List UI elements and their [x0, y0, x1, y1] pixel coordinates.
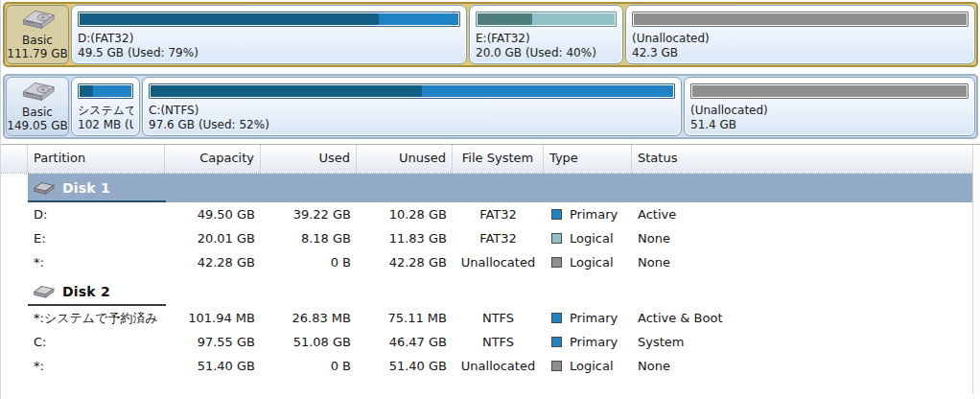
type-cell: Primary	[544, 207, 632, 222]
column-header-partition[interactable]: Partition	[28, 145, 165, 173]
group-gutter	[1, 174, 28, 202]
usage-bar	[690, 83, 968, 99]
disk2-type-label: Basic	[22, 106, 53, 119]
partition-table: Partition Capacity Used Unused File Syst…	[1, 144, 980, 394]
disk-strip-1[interactable]: Basic 111.79 GB D:(FAT32) 49.5 GB (Used:…	[3, 2, 978, 67]
header-gutter	[1, 145, 28, 173]
partition-block-system-reserved[interactable]: システムで予約 102 MB (Used:	[71, 77, 140, 136]
partition-name: (Unallocated)	[632, 32, 968, 46]
partition-name: システムで予約	[78, 104, 133, 118]
status-cell: System	[632, 335, 980, 349]
partition-cell: *:システムで予約済み	[28, 310, 165, 327]
partition-name: E:(FAT32)	[476, 32, 617, 46]
partition-info: 42.3 GB	[632, 46, 968, 60]
type-color-swatch	[551, 361, 562, 371]
partition-info: 97.6 GB (Used: 52%)	[149, 118, 675, 132]
hdd-icon	[31, 284, 56, 299]
table-row[interactable]: C: 97.55 GB 51.08 GB 46.47 GB NTFS Prima…	[1, 330, 980, 354]
disk2-group-label: Disk 2	[62, 284, 110, 299]
group-gutter	[1, 277, 28, 306]
usage-bar	[632, 12, 968, 27]
disk1-group-row[interactable]: Disk 1	[1, 174, 980, 202]
filesystem-cell: FAT32	[453, 207, 544, 222]
status-cell: None	[632, 255, 980, 270]
table-row[interactable]: *: 51.40 GB 0 B 51.40 GB Unallocated Log…	[1, 354, 980, 378]
partition-name: C:(NTFS)	[149, 104, 675, 118]
table-row[interactable]: E: 20.01 GB 8.18 GB 11.83 GB FAT32 Logic…	[1, 226, 980, 250]
used-cell: 0 B	[261, 359, 357, 373]
filesystem-cell: Unallocated	[453, 359, 544, 373]
capacity-cell: 51.40 GB	[165, 359, 261, 373]
type-color-swatch	[551, 209, 562, 220]
disk2-header[interactable]: Basic 149.05 GB	[6, 77, 69, 136]
used-cell: 26.83 MB	[261, 311, 357, 325]
group-underline	[28, 200, 166, 202]
hdd-icon	[15, 80, 59, 103]
usage-bar	[476, 12, 617, 27]
type-color-swatch	[551, 233, 562, 244]
unused-cell: 11.83 GB	[357, 231, 453, 246]
partition-cell: D:	[28, 207, 165, 222]
unused-cell: 10.28 GB	[357, 207, 453, 222]
status-cell: None	[632, 231, 980, 246]
partition-info: 51.4 GB	[690, 118, 968, 132]
capacity-cell: 42.28 GB	[165, 255, 261, 270]
partition-cell: *:	[28, 359, 165, 373]
disk1-header[interactable]: Basic 111.79 GB	[6, 5, 69, 64]
usage-bar	[78, 12, 460, 27]
partition-manager-window: Basic 111.79 GB D:(FAT32) 49.5 GB (Used:…	[0, 0, 980, 399]
type-color-swatch	[551, 257, 562, 268]
partition-cell: *:	[28, 255, 165, 270]
partition-block-e[interactable]: E:(FAT32) 20.0 GB (Used: 40%)	[469, 5, 623, 64]
column-header-used[interactable]: Used	[261, 145, 357, 173]
disk2-size-label: 149.05 GB	[7, 119, 67, 132]
partition-info: 49.5 GB (Used: 79%)	[78, 46, 460, 60]
status-cell: Active	[632, 207, 980, 222]
scrollbar-rail[interactable]	[972, 145, 980, 394]
partition-block-c[interactable]: C:(NTFS) 97.6 GB (Used: 52%)	[142, 77, 682, 136]
column-header-capacity[interactable]: Capacity	[165, 145, 261, 173]
status-cell: Active & Boot	[632, 311, 980, 325]
table-row[interactable]: D: 49.50 GB 39.22 GB 10.28 GB FAT32 Prim…	[1, 202, 980, 226]
partition-block-unallocated-1[interactable]: (Unallocated) 42.3 GB	[625, 5, 975, 64]
unused-cell: 75.11 MB	[357, 311, 453, 325]
capacity-cell: 49.50 GB	[165, 207, 261, 222]
status-cell: None	[632, 359, 980, 373]
partition-block-d[interactable]: D:(FAT32) 49.5 GB (Used: 79%)	[71, 5, 467, 64]
used-cell: 39.22 GB	[261, 207, 357, 222]
filesystem-cell: Unallocated	[453, 255, 544, 270]
partition-info: 102 MB (Used:	[78, 118, 133, 132]
used-cell: 8.18 GB	[261, 231, 357, 246]
column-header-unused[interactable]: Unused	[357, 145, 453, 173]
type-cell: Logical	[544, 255, 632, 270]
table-header: Partition Capacity Used Unused File Syst…	[1, 145, 980, 174]
group-underline	[28, 304, 166, 306]
hdd-icon	[31, 180, 56, 196]
filesystem-cell: NTFS	[453, 335, 544, 349]
type-cell: Primary	[544, 335, 632, 349]
column-header-type[interactable]: Type	[544, 145, 632, 173]
partition-cell: C:	[28, 335, 165, 349]
used-cell: 0 B	[261, 255, 357, 270]
type-cell: Primary	[544, 311, 632, 325]
partition-block-unallocated-2[interactable]: (Unallocated) 51.4 GB	[684, 77, 975, 136]
capacity-cell: 20.01 GB	[165, 231, 261, 246]
used-cell: 51.08 GB	[261, 335, 357, 349]
column-header-filesystem[interactable]: File System	[453, 145, 544, 173]
disk1-group-label: Disk 1	[62, 180, 110, 196]
partition-name: (Unallocated)	[690, 104, 968, 118]
hdd-icon	[15, 8, 59, 31]
disk2-group-row[interactable]: Disk 2	[1, 277, 980, 306]
table-row[interactable]: *: 42.28 GB 0 B 42.28 GB Unallocated Log…	[1, 250, 980, 274]
disk1-type-label: Basic	[22, 34, 53, 47]
partition-name: D:(FAT32)	[78, 32, 460, 46]
usage-bar	[78, 83, 133, 99]
table-row[interactable]: *:システムで予約済み 101.94 MB 26.83 MB 75.11 MB …	[1, 306, 980, 330]
capacity-cell: 97.55 GB	[165, 335, 261, 349]
unused-cell: 42.28 GB	[357, 255, 453, 270]
type-color-swatch	[551, 313, 562, 323]
disk-strip-2[interactable]: Basic 149.05 GB システムで予約 102 MB (Used: C:…	[3, 74, 978, 139]
column-header-status[interactable]: Status	[632, 145, 980, 173]
usage-bar	[149, 83, 675, 99]
unused-cell: 46.47 GB	[357, 335, 453, 349]
